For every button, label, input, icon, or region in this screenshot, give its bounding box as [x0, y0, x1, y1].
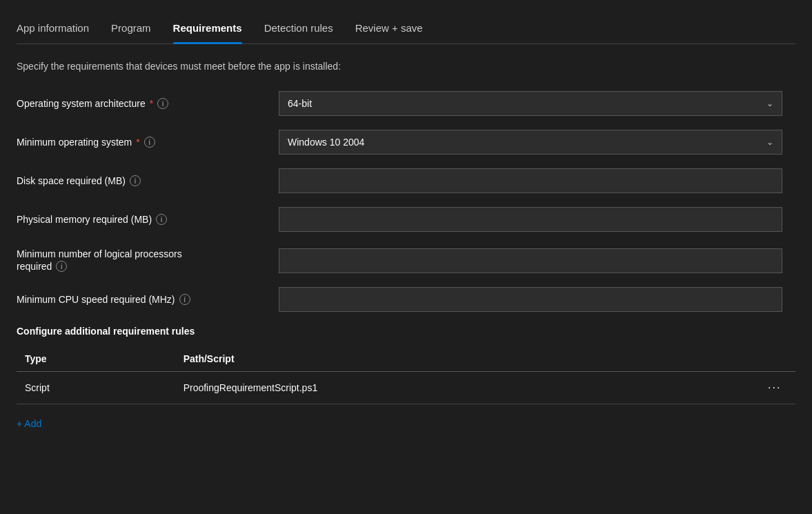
- physical-memory-info-icon[interactable]: i: [156, 214, 167, 225]
- min-os-dropdown[interactable]: Windows 10 2004 ⌄: [279, 130, 782, 155]
- disk-space-info-icon[interactable]: i: [130, 175, 141, 186]
- row-actions: ···: [754, 372, 795, 404]
- physical-memory-input[interactable]: [279, 207, 782, 232]
- page-description: Specify the requirements that devices mu…: [17, 61, 795, 72]
- min-os-info-icon[interactable]: i: [144, 137, 155, 148]
- os-architecture-dropdown[interactable]: 64-bit ⌄: [279, 91, 782, 116]
- min-processors-label-line1: Minimum number of logical processors: [17, 248, 182, 259]
- os-architecture-dropdown-container: 64-bit ⌄: [279, 91, 782, 116]
- os-architecture-label: Operating system architecture * i: [17, 98, 279, 109]
- col-path-script: Path/Script: [175, 348, 754, 372]
- physical-memory-row: Physical memory required (MB) i: [17, 207, 795, 232]
- min-processors-input-container: [279, 248, 782, 273]
- row-path-script: ProofingRequirementScript.ps1: [175, 372, 754, 404]
- min-os-chevron-icon: ⌄: [766, 137, 773, 147]
- disk-space-row: Disk space required (MB) i: [17, 168, 795, 193]
- min-cpu-speed-info-icon[interactable]: i: [179, 294, 190, 305]
- requirements-table-body: Script ProofingRequirementScript.ps1 ···: [17, 372, 795, 404]
- add-link[interactable]: + Add: [17, 418, 41, 429]
- tab-requirements[interactable]: Requirements: [173, 14, 242, 43]
- min-processors-info-icon[interactable]: i: [56, 261, 67, 272]
- tab-program[interactable]: Program: [111, 14, 151, 43]
- nav-tabs: App information Program Requirements Det…: [17, 14, 795, 44]
- min-processors-row: Minimum number of logical processors req…: [17, 246, 795, 273]
- disk-space-input-container: [279, 168, 782, 193]
- requirements-table-head: Type Path/Script: [17, 348, 795, 372]
- min-cpu-speed-input-container: [279, 287, 782, 312]
- os-architecture-info-icon[interactable]: i: [157, 98, 168, 109]
- min-os-row: Minimum operating system * i Windows 10 …: [17, 130, 795, 155]
- physical-memory-label: Physical memory required (MB) i: [17, 214, 279, 225]
- additional-rules-heading: Configure additional requirement rules: [17, 326, 795, 337]
- tab-detection-rules[interactable]: Detection rules: [264, 14, 333, 43]
- os-architecture-row: Operating system architecture * i 64-bit…: [17, 91, 795, 116]
- row-more-button[interactable]: ···: [762, 379, 786, 397]
- requirements-table: Type Path/Script Script ProofingRequirem…: [17, 348, 795, 404]
- min-processors-input[interactable]: [279, 248, 782, 273]
- min-cpu-speed-label: Minimum CPU speed required (MHz) i: [17, 294, 279, 305]
- tab-review-save[interactable]: Review + save: [355, 14, 423, 43]
- os-architecture-chevron-icon: ⌄: [766, 99, 773, 108]
- os-architecture-required: *: [150, 98, 153, 109]
- disk-space-input[interactable]: [279, 168, 782, 193]
- col-actions: [754, 348, 795, 372]
- min-cpu-speed-input[interactable]: [279, 287, 782, 312]
- main-container: App information Program Requirements Det…: [0, 0, 812, 443]
- min-os-label: Minimum operating system * i: [17, 137, 279, 148]
- row-type: Script: [17, 372, 175, 404]
- requirements-table-header-row: Type Path/Script: [17, 348, 795, 372]
- min-os-required: *: [136, 137, 139, 148]
- tab-app-information[interactable]: App information: [17, 14, 89, 43]
- min-os-dropdown-container: Windows 10 2004 ⌄: [279, 130, 782, 155]
- min-cpu-speed-row: Minimum CPU speed required (MHz) i: [17, 287, 795, 312]
- min-processors-label-line2: required i: [17, 261, 67, 272]
- col-type: Type: [17, 348, 175, 372]
- table-row: Script ProofingRequirementScript.ps1 ···: [17, 372, 795, 404]
- min-processors-label: Minimum number of logical processors req…: [17, 248, 279, 272]
- disk-space-label: Disk space required (MB) i: [17, 175, 279, 186]
- physical-memory-input-container: [279, 207, 782, 232]
